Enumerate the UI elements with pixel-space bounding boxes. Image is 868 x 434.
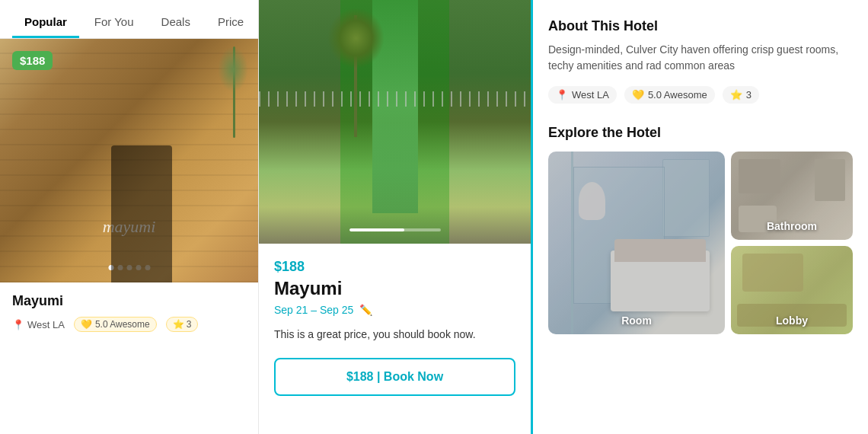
right-star-count: 3 <box>746 89 752 101</box>
right-rating-icon: 💛 <box>632 89 644 101</box>
about-title: About This Hotel <box>548 18 853 34</box>
right-rating-badge: 💛 5.0 Awesome <box>624 86 715 104</box>
palm-decoration <box>233 46 235 138</box>
about-description: Design-minded, Culver City haven offerin… <box>548 42 853 74</box>
tab-deals[interactable]: Deals <box>149 9 203 38</box>
explore-title: Explore the Hotel <box>548 125 853 141</box>
tab-price[interactable]: Price <box>206 9 256 38</box>
right-location-text: West LA <box>572 89 609 101</box>
rating-text: 5.0 Awesome <box>95 319 150 330</box>
dot-4[interactable] <box>136 265 141 270</box>
hotel-meta: 📍 West LA 💛 5.0 Awesome ⭐ 3 <box>12 317 246 332</box>
room-overlay <box>548 152 725 334</box>
tab-for-you[interactable]: For You <box>82 9 146 38</box>
image-progress-bar[interactable] <box>349 228 441 231</box>
explore-grid: Room Bathroom Lobby <box>548 152 853 334</box>
booking-message: This is a great price, you should book n… <box>274 327 515 343</box>
progress-fill <box>349 228 404 231</box>
right-location-icon: 📍 <box>556 89 568 101</box>
dot-indicators <box>108 265 150 270</box>
booking-price: $188 <box>274 259 515 275</box>
left-panel: Popular For You Deals Price $188 mayumi … <box>0 0 259 434</box>
explore-item-lobby[interactable]: Lobby <box>731 246 853 334</box>
railing-decoration <box>259 91 531 107</box>
dates-text: Sep 21 – Sep 25 <box>274 304 353 316</box>
hotel-card: $188 mayumi Mayumi 📍 West LA 💛 5.0 Aweso… <box>0 39 258 434</box>
star-badge: ⭐ 3 <box>166 317 199 332</box>
location-text: West LA <box>27 319 65 330</box>
book-now-button[interactable]: $188 | Book Now <box>274 358 515 396</box>
booking-hotel-name: Mayumi <box>274 278 515 299</box>
right-meta: 📍 West LA 💛 5.0 Awesome ⭐ 3 <box>548 86 853 104</box>
tab-bar: Popular For You Deals Price <box>0 0 258 39</box>
bathroom-label: Bathroom <box>767 220 817 232</box>
right-star-badge: ⭐ 3 <box>723 86 759 104</box>
middle-hotel-image <box>259 0 531 244</box>
right-rating-text: 5.0 Awesome <box>648 89 707 101</box>
star-count: 3 <box>187 319 192 330</box>
palm-decoration-mid <box>354 15 357 137</box>
hotel-card-image: $188 mayumi <box>0 39 258 282</box>
dot-3[interactable] <box>126 265 132 270</box>
lobby-label: Lobby <box>776 314 808 327</box>
right-star-icon: ⭐ <box>730 89 742 101</box>
right-location-badge: 📍 West LA <box>548 86 617 104</box>
edit-icon[interactable]: ✏️ <box>359 304 372 316</box>
right-panel: About This Hotel Design-minded, Culver C… <box>533 0 868 434</box>
middle-panel: $188 Mayumi Sep 21 – Sep 25 ✏️ This is a… <box>259 0 533 434</box>
hotel-name: Mayumi <box>12 293 246 309</box>
explore-item-bathroom[interactable]: Bathroom <box>731 152 853 240</box>
rating-badge: 💛 5.0 Awesome <box>74 317 157 332</box>
dot-5[interactable] <box>145 265 150 270</box>
explore-item-room[interactable]: Room <box>548 152 725 334</box>
hotel-info: Mayumi 📍 West LA 💛 5.0 Awesome ⭐ 3 <box>0 282 258 343</box>
hotel-name-script: mayumi <box>103 217 156 237</box>
price-badge: $188 <box>12 51 53 70</box>
star-icon: ⭐ <box>173 319 184 330</box>
tab-popular[interactable]: Popular <box>12 9 79 38</box>
location-icon: 📍 <box>12 319 24 330</box>
booking-dates: Sep 21 – Sep 25 ✏️ <box>274 304 515 316</box>
dot-2[interactable] <box>117 265 123 270</box>
room-label: Room <box>621 314 652 327</box>
booking-card: $188 Mayumi Sep 21 – Sep 25 ✏️ This is a… <box>259 244 531 434</box>
rating-icon: 💛 <box>81 319 92 330</box>
dot-1[interactable] <box>108 265 113 270</box>
hotel-location: 📍 West LA <box>12 319 65 330</box>
